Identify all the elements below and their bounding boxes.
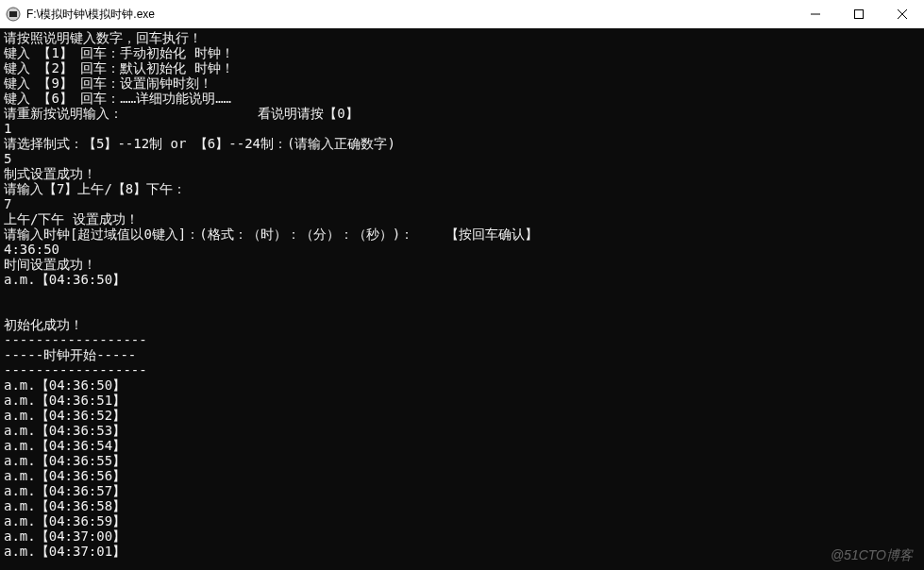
window-controls [794,0,924,28]
console-line: 制式设置成功！ [4,166,920,181]
console-line: 键入 【1】 回车：手动初始化 时钟！ [4,45,920,60]
console-line: ------------------ [4,332,920,347]
titlebar-left: F:\模拟时钟\模拟时钟.exe [6,7,155,23]
minimize-button[interactable] [794,0,837,28]
console-line: 上午/下午 设置成功！ [4,211,920,226]
console-line: 请选择制式：【5】--12制 or 【6】--24制：(请输入正确数字) [4,136,920,151]
console-line: 初始化成功！ [4,317,920,332]
console-line: a.m.【04:37:00】 [4,528,920,544]
console-line: 键入 【2】 回车：默认初始化 时钟！ [4,60,920,75]
console-line [4,302,920,317]
console-line: a.m.【04:36:51】 [4,393,920,408]
console-line: 1 [4,121,920,136]
console-line: 时间设置成功！ [4,257,920,272]
console-line: a.m.【04:36:52】 [4,408,920,423]
console-line: a.m.【04:36:56】 [4,468,920,483]
console-line: a.m.【04:36:57】 [4,483,920,498]
console-line: a.m.【04:36:59】 [4,513,920,528]
window-title: F:\模拟时钟\模拟时钟.exe [26,7,155,23]
console-line: 请输入【7】上午/【8】下午： [4,181,920,196]
console-line: 请输入时钟[超过域值以0键入]：(格式：（时）：（分）：（秒）)： 【按回车确认… [4,226,920,242]
app-icon [6,7,21,22]
console-line: a.m.【04:36:55】 [4,453,920,468]
console-line: a.m.【04:36:58】 [4,498,920,513]
console-line: a.m.【04:36:54】 [4,438,920,453]
titlebar: F:\模拟时钟\模拟时钟.exe [0,0,924,28]
console-line: a.m.【04:37:01】 [4,544,920,559]
svg-rect-3 [855,10,864,19]
console-line: 5 [4,151,920,166]
svg-rect-1 [9,11,17,17]
console-line: ------------------ [4,362,920,377]
console-line: a.m.【04:36:50】 [4,377,920,393]
console-line: 7 [4,196,920,211]
watermark: @51CTO博客 [831,547,913,564]
console-line: 请按照说明键入数字，回车执行！ [4,30,920,45]
console-line: a.m.【04:36:50】 [4,272,920,287]
console-line: a.m.【04:36:53】 [4,423,920,438]
console-line: 键入 【9】 回车：设置闹钟时刻！ [4,75,920,91]
console-line: 键入 【6】 回车：……详细功能说明…… [4,91,920,106]
console-area[interactable]: 请按照说明键入数字，回车执行！键入 【1】 回车：手动初始化 时钟！键入 【2】… [0,28,924,561]
console-line: -----时钟开始----- [4,347,920,362]
console-line: 请重新按说明输入： 看说明请按【0】 [4,106,920,121]
close-button[interactable] [881,0,924,28]
console-line [4,287,920,302]
console-line: 4:36:50 [4,242,920,257]
maximize-button[interactable] [837,0,881,28]
